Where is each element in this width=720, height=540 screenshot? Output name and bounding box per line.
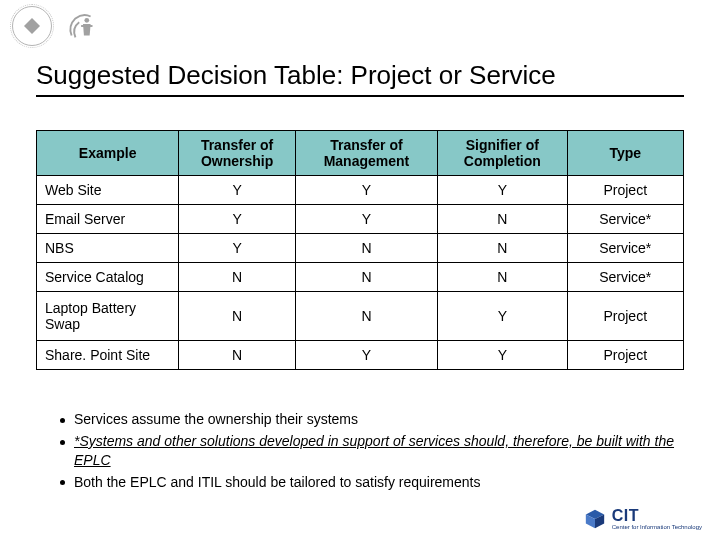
footnote-bullets: Services assume the ownership their syst…	[44, 410, 684, 495]
cell-type: Project	[567, 341, 684, 370]
cell-ownership: N	[179, 341, 295, 370]
cell-example: Laptop Battery Swap	[37, 292, 179, 341]
cell-ownership: N	[179, 263, 295, 292]
header-example: Example	[37, 131, 179, 176]
cell-signifier: Y	[438, 176, 567, 205]
cell-signifier: N	[438, 234, 567, 263]
header-logos	[12, 6, 102, 46]
cell-management: N	[295, 263, 437, 292]
cell-ownership: Y	[179, 234, 295, 263]
bullet-3: Both the EPLC and ITIL should be tailore…	[60, 473, 684, 492]
bullet-2: *Systems and other solutions developed i…	[60, 432, 684, 470]
cell-signifier: Y	[438, 292, 567, 341]
cell-type: Project	[567, 292, 684, 341]
svg-marker-0	[24, 18, 40, 34]
table-row: Laptop Battery SwapNNYProject	[37, 292, 684, 341]
decision-table: Example Transfer of Ownership Transfer o…	[36, 130, 684, 370]
bullet-2-text: *Systems and other solutions developed i…	[74, 433, 674, 468]
diamond-logo-icon	[12, 6, 52, 46]
cell-management: Y	[295, 341, 437, 370]
cell-example: NBS	[37, 234, 179, 263]
cell-example: Email Server	[37, 205, 179, 234]
svg-point-1	[84, 18, 89, 23]
cell-management: N	[295, 292, 437, 341]
table-row: Email ServerYYNService*	[37, 205, 684, 234]
table-row: Share. Point SiteNYYProject	[37, 341, 684, 370]
page-title: Suggested Decision Table: Project or Ser…	[36, 60, 684, 97]
bullet-3-text: Both the EPLC and ITIL should be tailore…	[74, 474, 481, 490]
cell-management: Y	[295, 205, 437, 234]
table-row: NBSYNNService*	[37, 234, 684, 263]
header-ownership: Transfer of Ownership	[179, 131, 295, 176]
hhs-logo-icon	[64, 7, 102, 45]
cell-type: Service*	[567, 234, 684, 263]
header-management: Transfer of Management	[295, 131, 437, 176]
header-type: Type	[567, 131, 684, 176]
cell-example: Service Catalog	[37, 263, 179, 292]
cell-signifier: N	[438, 263, 567, 292]
cit-sublabel: Center for Information Technology	[612, 524, 702, 530]
table-header-row: Example Transfer of Ownership Transfer o…	[37, 131, 684, 176]
cell-management: Y	[295, 176, 437, 205]
cell-signifier: N	[438, 205, 567, 234]
cit-logo: CIT Center for Information Technology	[584, 508, 702, 530]
cell-type: Project	[567, 176, 684, 205]
cell-ownership: Y	[179, 176, 295, 205]
cell-ownership: N	[179, 292, 295, 341]
cell-signifier: Y	[438, 341, 567, 370]
cell-management: N	[295, 234, 437, 263]
cell-example: Web Site	[37, 176, 179, 205]
bullet-1-text: Services assume the ownership their syst…	[74, 411, 358, 427]
bullet-1: Services assume the ownership their syst…	[60, 410, 684, 429]
cit-label: CIT	[612, 508, 702, 524]
cell-ownership: Y	[179, 205, 295, 234]
cell-type: Service*	[567, 205, 684, 234]
table-row: Service CatalogNNNService*	[37, 263, 684, 292]
cell-type: Service*	[567, 263, 684, 292]
cell-example: Share. Point Site	[37, 341, 179, 370]
table-row: Web SiteYYYProject	[37, 176, 684, 205]
cube-icon	[584, 508, 606, 530]
header-signifier: Signifier of Completion	[438, 131, 567, 176]
